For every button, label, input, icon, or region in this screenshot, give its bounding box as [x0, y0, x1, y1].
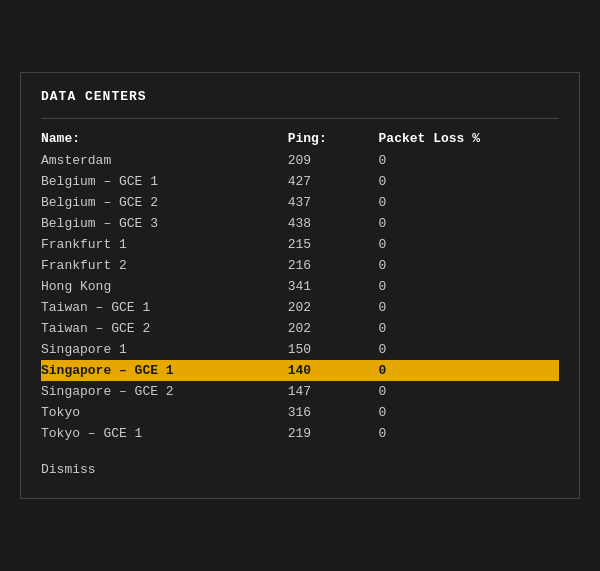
cell-packet-loss: 0 — [369, 339, 559, 360]
cell-ping: 316 — [268, 402, 369, 423]
cell-ping: 437 — [268, 192, 369, 213]
data-centers-panel: DATA CENTERS Name: Ping: Packet Loss % A… — [20, 72, 580, 499]
cell-name: Singapore 1 — [41, 339, 268, 360]
cell-packet-loss: 0 — [369, 402, 559, 423]
table-row[interactable]: Singapore – GCE 21470 — [41, 381, 559, 402]
table-header: Name: Ping: Packet Loss % — [41, 127, 559, 150]
cell-ping: 219 — [268, 423, 369, 444]
cell-ping: 147 — [268, 381, 369, 402]
panel-title: DATA CENTERS — [41, 89, 559, 104]
data-centers-table: Name: Ping: Packet Loss % Amsterdam2090B… — [41, 127, 559, 444]
cell-ping: 202 — [268, 318, 369, 339]
table-row[interactable]: Amsterdam2090 — [41, 150, 559, 171]
cell-ping: 150 — [268, 339, 369, 360]
cell-ping: 140 — [268, 360, 369, 381]
cell-packet-loss: 0 — [369, 276, 559, 297]
cell-packet-loss: 0 — [369, 423, 559, 444]
cell-name: Frankfurt 1 — [41, 234, 268, 255]
table-row[interactable]: Belgium – GCE 24370 — [41, 192, 559, 213]
cell-packet-loss: 0 — [369, 360, 559, 381]
cell-name: Frankfurt 2 — [41, 255, 268, 276]
cell-ping: 427 — [268, 171, 369, 192]
cell-packet-loss: 0 — [369, 213, 559, 234]
cell-ping: 202 — [268, 297, 369, 318]
cell-name: Amsterdam — [41, 150, 268, 171]
cell-packet-loss: 0 — [369, 255, 559, 276]
cell-packet-loss: 0 — [369, 381, 559, 402]
cell-ping: 216 — [268, 255, 369, 276]
cell-name: Belgium – GCE 2 — [41, 192, 268, 213]
cell-ping: 209 — [268, 150, 369, 171]
dismiss-button[interactable]: Dismiss — [41, 462, 96, 477]
dismiss-row: Dismiss — [41, 460, 559, 478]
table-row[interactable]: Belgium – GCE 14270 — [41, 171, 559, 192]
cell-name: Taiwan – GCE 2 — [41, 318, 268, 339]
table-row[interactable]: Singapore 11500 — [41, 339, 559, 360]
cell-name: Belgium – GCE 3 — [41, 213, 268, 234]
cell-name: Belgium – GCE 1 — [41, 171, 268, 192]
cell-name: Singapore – GCE 2 — [41, 381, 268, 402]
table-row[interactable]: Taiwan – GCE 22020 — [41, 318, 559, 339]
cell-name: Tokyo — [41, 402, 268, 423]
cell-packet-loss: 0 — [369, 171, 559, 192]
cell-name: Hong Kong — [41, 276, 268, 297]
table-row[interactable]: Tokyo3160 — [41, 402, 559, 423]
divider — [41, 118, 559, 119]
table-row[interactable]: Tokyo – GCE 12190 — [41, 423, 559, 444]
cell-ping: 215 — [268, 234, 369, 255]
cell-packet-loss: 0 — [369, 192, 559, 213]
cell-packet-loss: 0 — [369, 318, 559, 339]
cell-name: Taiwan – GCE 1 — [41, 297, 268, 318]
cell-name: Singapore – GCE 1 — [41, 360, 268, 381]
cell-packet-loss: 0 — [369, 150, 559, 171]
table-row[interactable]: Belgium – GCE 34380 — [41, 213, 559, 234]
table-row[interactable]: Frankfurt 22160 — [41, 255, 559, 276]
table-row[interactable]: Frankfurt 12150 — [41, 234, 559, 255]
cell-packet-loss: 0 — [369, 234, 559, 255]
col-ping-header: Ping: — [268, 127, 369, 150]
col-packet-loss-header: Packet Loss % — [369, 127, 559, 150]
table-row[interactable]: Hong Kong3410 — [41, 276, 559, 297]
cell-ping: 341 — [268, 276, 369, 297]
table-row[interactable]: Taiwan – GCE 12020 — [41, 297, 559, 318]
table-row[interactable]: Singapore – GCE 11400 — [41, 360, 559, 381]
cell-packet-loss: 0 — [369, 297, 559, 318]
cell-ping: 438 — [268, 213, 369, 234]
col-name-header: Name: — [41, 127, 268, 150]
cell-name: Tokyo – GCE 1 — [41, 423, 268, 444]
